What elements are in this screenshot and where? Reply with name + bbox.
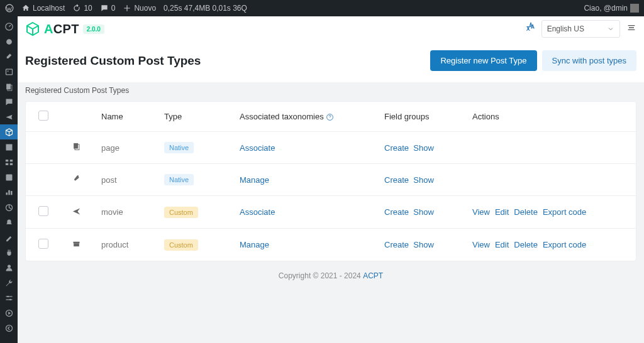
greeting: Ciao, @dmin (584, 4, 628, 13)
sidebar-item[interactable] (0, 170, 18, 185)
svg-point-4 (7, 70, 8, 72)
view-link[interactable]: View (472, 240, 490, 249)
svg-rect-23 (74, 143, 78, 149)
svg-rect-11 (9, 163, 12, 165)
copyright-text: Copyright © 2021 - 2024 (279, 271, 363, 280)
col-actions: Actions (466, 102, 636, 132)
avatar (630, 4, 639, 13)
wp-admin-bar: Localhost 10 0 Nuovo 0,25s 47,4MB 0,01s … (0, 0, 644, 16)
version-badge: 2.0.0 (83, 24, 104, 34)
sidebar-item[interactable] (0, 185, 18, 200)
col-associated-taxonomies: Associated taxonomies (233, 102, 378, 132)
site-link[interactable]: Localhost (21, 4, 65, 13)
svg-rect-25 (73, 241, 79, 243)
comments-link[interactable]: 0 (100, 4, 116, 13)
debug-info: 0,25s 47,4MB 0,01s 36Q (164, 4, 247, 13)
sidebar-users[interactable] (0, 260, 18, 275)
plane-icon (72, 209, 81, 218)
sidebar-item[interactable] (0, 215, 18, 230)
type-badge: Custom (164, 207, 198, 218)
show-link[interactable]: Show (413, 240, 434, 249)
view-link[interactable]: View (472, 207, 490, 217)
create-link[interactable]: Create (384, 175, 409, 185)
footer-link[interactable]: ACPT (363, 271, 383, 280)
show-link[interactable]: Show (413, 207, 434, 217)
row-name: movie (95, 196, 158, 229)
sub-heading: Registered Custom Post Types (18, 82, 644, 101)
delete-link[interactable]: Delete (514, 207, 538, 217)
export-link[interactable]: Export code (543, 207, 586, 217)
manage-link[interactable]: Manage (240, 175, 269, 185)
svg-rect-26 (74, 243, 79, 246)
create-link[interactable]: Create (384, 143, 409, 153)
col-field-groups: Field groups (378, 102, 466, 132)
svg-rect-10 (5, 163, 8, 165)
wp-logo-icon[interactable] (5, 4, 14, 13)
type-badge: Native (164, 174, 194, 185)
sidebar-comments[interactable] (0, 94, 18, 109)
language-select[interactable]: English US (541, 20, 620, 38)
select-all-checkbox[interactable] (38, 111, 48, 121)
sidebar-plugins[interactable] (0, 245, 18, 260)
page-icon (72, 144, 81, 153)
page-title: Registered Custom Post Types (25, 54, 201, 68)
sidebar-item[interactable] (0, 139, 18, 155)
sidebar-item[interactable] (0, 305, 18, 320)
site-name: Localhost (33, 4, 65, 13)
sidebar-collapse[interactable] (0, 320, 18, 335)
svg-rect-15 (6, 296, 12, 297)
updates-link[interactable]: 10 (72, 4, 92, 13)
col-type: Type (158, 102, 233, 132)
create-link[interactable]: Create (384, 207, 409, 217)
sidebar-appearance[interactable] (0, 230, 18, 245)
table-row: product Custom Manage Create Show ViewEd… (26, 229, 636, 261)
new-link[interactable]: Nuovo (123, 4, 156, 13)
sidebar-item[interactable] (0, 155, 18, 170)
svg-marker-20 (8, 312, 11, 315)
row-name: product (95, 229, 158, 261)
svg-rect-16 (6, 299, 12, 300)
archive-icon (72, 241, 81, 251)
manage-link[interactable]: Manage (240, 240, 269, 249)
svg-point-2 (6, 39, 12, 45)
sidebar-acpt[interactable] (0, 124, 18, 139)
sidebar-media[interactable] (0, 64, 18, 79)
settings-menu-button[interactable] (626, 23, 636, 35)
associate-link[interactable]: Associate (240, 207, 275, 217)
svg-rect-12 (6, 174, 12, 180)
svg-rect-5 (6, 84, 11, 89)
type-badge: Custom (164, 239, 198, 251)
post-types-table: Name Type Associated taxonomies Field gr… (25, 101, 636, 261)
associate-link[interactable]: Associate (240, 143, 275, 153)
help-icon[interactable] (326, 113, 334, 121)
table-row: page Native Associate Create Show (26, 132, 636, 164)
row-checkbox[interactable] (38, 239, 48, 249)
create-link[interactable]: Create (384, 240, 409, 249)
sidebar-item[interactable] (0, 200, 18, 215)
sync-post-types-button[interactable]: Sync with post types (542, 50, 637, 71)
sidebar-dashboard[interactable] (0, 19, 18, 34)
sidebar-tools[interactable] (0, 275, 18, 290)
edit-link[interactable]: Edit (495, 240, 509, 249)
sidebar-item[interactable] (0, 34, 18, 49)
col-name: Name (95, 102, 158, 132)
sidebar-posts[interactable] (0, 49, 18, 64)
svg-point-17 (7, 295, 9, 297)
svg-point-18 (9, 298, 11, 300)
sidebar-pages[interactable] (0, 79, 18, 94)
updates-count: 10 (84, 4, 92, 13)
chevron-down-icon (607, 25, 614, 33)
delete-link[interactable]: Delete (514, 240, 538, 249)
show-link[interactable]: Show (413, 143, 434, 153)
account-link[interactable]: Ciao, @dmin (584, 4, 639, 13)
acpt-logo[interactable]: ACPT 2.0.0 (25, 21, 104, 36)
svg-rect-8 (5, 160, 8, 161)
show-link[interactable]: Show (413, 175, 434, 185)
edit-link[interactable]: Edit (495, 207, 509, 217)
export-link[interactable]: Export code (543, 240, 586, 249)
translate-icon[interactable] (525, 22, 536, 36)
row-checkbox[interactable] (38, 206, 48, 216)
sidebar-movie[interactable] (0, 109, 18, 124)
register-post-type-button[interactable]: Register new Post Type (430, 50, 536, 71)
sidebar-settings[interactable] (0, 290, 18, 305)
